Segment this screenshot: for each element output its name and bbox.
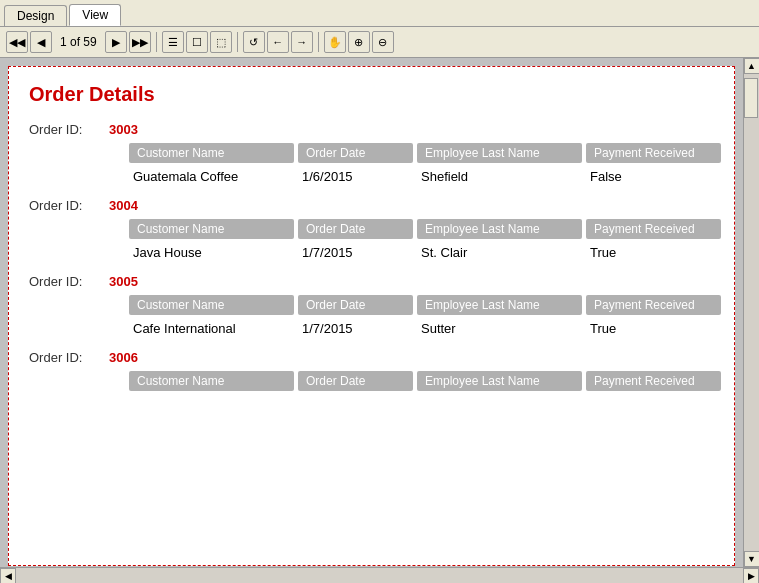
- order-block-3006: Order ID: 3006 Customer Name Order Date …: [29, 350, 714, 391]
- report-page: Order Details Order ID: 3003 Customer Na…: [8, 66, 735, 566]
- scroll-thumb-y[interactable]: [744, 78, 758, 118]
- page-info: 1 of 59: [54, 35, 103, 49]
- prev-page-button[interactable]: ◀: [30, 31, 52, 53]
- col-header-date-3004: Order Date: [298, 219, 413, 239]
- pan-button[interactable]: ✋: [324, 31, 346, 53]
- page-view-button[interactable]: ☐: [186, 31, 208, 53]
- next-page-button[interactable]: ▶: [105, 31, 127, 53]
- toolbar: ◀◀ ◀ 1 of 59 ▶ ▶▶ ☰ ☐ ⬚ ↺ ← → ✋ ⊕ ⊖: [0, 26, 759, 58]
- col-header-customer-3003: Customer Name: [129, 143, 294, 163]
- vertical-scrollbar[interactable]: ▲ ▼: [743, 58, 759, 567]
- column-headers-3006: Customer Name Order Date Employee Last N…: [129, 371, 714, 391]
- tab-design[interactable]: Design: [4, 5, 67, 26]
- data-customer-3005: Cafe International: [129, 319, 294, 338]
- col-header-employee-3003: Employee Last Name: [417, 143, 582, 163]
- col-header-employee-3006: Employee Last Name: [417, 371, 582, 391]
- zoom-in-button[interactable]: ⊕: [348, 31, 370, 53]
- data-date-3004: 1/7/2015: [298, 243, 413, 262]
- order-block-3003: Order ID: 3003 Customer Name Order Date …: [29, 122, 714, 186]
- data-employee-3003: Shefield: [417, 167, 582, 186]
- order-id-row-3006: Order ID: 3006: [29, 350, 714, 365]
- order-id-row-3003: Order ID: 3003: [29, 122, 714, 137]
- content-scroll[interactable]: Order Details Order ID: 3003 Customer Na…: [0, 58, 743, 567]
- horizontal-scrollbar[interactable]: ◀ ▶: [0, 567, 759, 583]
- column-headers-3005: Customer Name Order Date Employee Last N…: [129, 295, 714, 315]
- col-header-customer-3006: Customer Name: [129, 371, 294, 391]
- col-header-date-3003: Order Date: [298, 143, 413, 163]
- col-header-date-3006: Order Date: [298, 371, 413, 391]
- column-headers-3004: Customer Name Order Date Employee Last N…: [129, 219, 714, 239]
- data-employee-3004: St. Clair: [417, 243, 582, 262]
- order-id-label-3005: Order ID:: [29, 274, 109, 289]
- col-header-customer-3005: Customer Name: [129, 295, 294, 315]
- export-button[interactable]: ⬚: [210, 31, 232, 53]
- zoom-out-button[interactable]: ⊖: [372, 31, 394, 53]
- order-id-value-3003: 3003: [109, 122, 138, 137]
- order-id-value-3005: 3005: [109, 274, 138, 289]
- col-header-employee-3004: Employee Last Name: [417, 219, 582, 239]
- order-block-3005: Order ID: 3005 Customer Name Order Date …: [29, 274, 714, 338]
- col-header-payment-3006: Payment Received: [586, 371, 721, 391]
- data-row-3005: Cafe International 1/7/2015 Sutter True: [129, 319, 714, 338]
- scroll-left-button[interactable]: ◀: [0, 568, 16, 584]
- scroll-down-button[interactable]: ▼: [744, 551, 760, 567]
- order-id-row-3005: Order ID: 3005: [29, 274, 714, 289]
- data-date-3005: 1/7/2015: [298, 319, 413, 338]
- order-id-label-3004: Order ID:: [29, 198, 109, 213]
- scroll-track-x[interactable]: [16, 568, 743, 584]
- window: Design View ◀◀ ◀ 1 of 59 ▶ ▶▶ ☰ ☐ ⬚ ↺ ← …: [0, 0, 759, 583]
- data-employee-3005: Sutter: [417, 319, 582, 338]
- first-page-button[interactable]: ◀◀: [6, 31, 28, 53]
- scroll-track-y[interactable]: [744, 74, 759, 551]
- col-header-payment-3005: Payment Received: [586, 295, 721, 315]
- back-button[interactable]: ←: [267, 31, 289, 53]
- column-headers-3003: Customer Name Order Date Employee Last N…: [129, 143, 714, 163]
- data-row-3003: Guatemala Coffee 1/6/2015 Shefield False: [129, 167, 714, 186]
- scroll-right-button[interactable]: ▶: [743, 568, 759, 584]
- separator-2: [237, 32, 238, 52]
- main-area: Order Details Order ID: 3003 Customer Na…: [0, 58, 759, 567]
- data-customer-3003: Guatemala Coffee: [129, 167, 294, 186]
- tab-view[interactable]: View: [69, 4, 121, 26]
- tab-bar: Design View: [0, 0, 759, 26]
- data-payment-3004: True: [586, 243, 721, 262]
- data-payment-3003: False: [586, 167, 721, 186]
- order-block-3004: Order ID: 3004 Customer Name Order Date …: [29, 198, 714, 262]
- data-payment-3005: True: [586, 319, 721, 338]
- scroll-up-button[interactable]: ▲: [744, 58, 760, 74]
- separator-3: [318, 32, 319, 52]
- col-header-payment-3004: Payment Received: [586, 219, 721, 239]
- report-title: Order Details: [29, 83, 714, 106]
- data-row-3004: Java House 1/7/2015 St. Clair True: [129, 243, 714, 262]
- separator-1: [156, 32, 157, 52]
- refresh-button[interactable]: ↺: [243, 31, 265, 53]
- order-id-label-3003: Order ID:: [29, 122, 109, 137]
- forward-button[interactable]: →: [291, 31, 313, 53]
- data-date-3003: 1/6/2015: [298, 167, 413, 186]
- col-header-payment-3003: Payment Received: [586, 143, 721, 163]
- last-page-button[interactable]: ▶▶: [129, 31, 151, 53]
- list-view-button[interactable]: ☰: [162, 31, 184, 53]
- col-header-employee-3005: Employee Last Name: [417, 295, 582, 315]
- data-customer-3004: Java House: [129, 243, 294, 262]
- order-id-value-3006: 3006: [109, 350, 138, 365]
- col-header-date-3005: Order Date: [298, 295, 413, 315]
- col-header-customer-3004: Customer Name: [129, 219, 294, 239]
- order-id-row-3004: Order ID: 3004: [29, 198, 714, 213]
- order-id-label-3006: Order ID:: [29, 350, 109, 365]
- order-id-value-3004: 3004: [109, 198, 138, 213]
